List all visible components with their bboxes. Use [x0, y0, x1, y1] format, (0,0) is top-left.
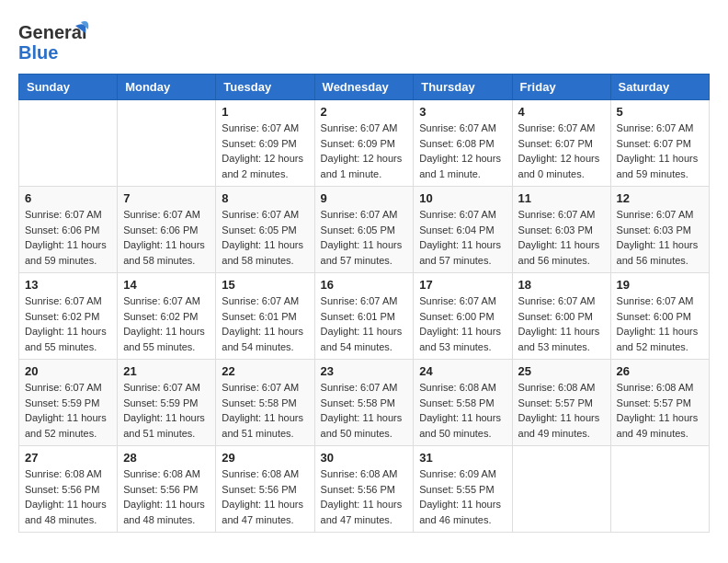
calendar-cell: 15Sunrise: 6:07 AM Sunset: 6:01 PM Dayli… [216, 273, 314, 360]
day-info: Sunrise: 6:07 AM Sunset: 5:58 PM Dayligh… [321, 380, 408, 441]
day-info: Sunrise: 6:08 AM Sunset: 5:58 PM Dayligh… [419, 380, 506, 441]
calendar-cell: 9Sunrise: 6:07 AM Sunset: 6:05 PM Daylig… [314, 187, 414, 273]
calendar-cell: 28Sunrise: 6:08 AM Sunset: 5:56 PM Dayli… [118, 446, 216, 533]
calendar-cell [118, 100, 216, 187]
day-number: 8 [222, 191, 308, 205]
day-info: Sunrise: 6:07 AM Sunset: 6:04 PM Dayligh… [419, 207, 506, 268]
calendar-cell: 6Sunrise: 6:07 AM Sunset: 6:06 PM Daylig… [19, 187, 118, 273]
calendar-cell: 12Sunrise: 6:07 AM Sunset: 6:03 PM Dayli… [610, 187, 709, 273]
calendar-cell [512, 446, 610, 533]
day-number: 10 [419, 191, 506, 205]
day-number: 7 [123, 191, 210, 205]
calendar-cell: 11Sunrise: 6:07 AM Sunset: 6:03 PM Dayli… [512, 187, 610, 273]
svg-text:General: General [18, 22, 86, 42]
day-info: Sunrise: 6:08 AM Sunset: 5:56 PM Dayligh… [321, 466, 408, 527]
day-info: Sunrise: 6:07 AM Sunset: 6:09 PM Dayligh… [222, 121, 308, 181]
day-info: Sunrise: 6:08 AM Sunset: 5:57 PM Dayligh… [617, 380, 703, 441]
calendar-cell: 2Sunrise: 6:07 AM Sunset: 6:09 PM Daylig… [314, 100, 414, 187]
calendar-week-row: 6Sunrise: 6:07 AM Sunset: 6:06 PM Daylig… [19, 187, 710, 273]
calendar-cell [19, 100, 118, 187]
day-number: 24 [419, 364, 506, 378]
day-number: 3 [419, 105, 506, 119]
day-info: Sunrise: 6:07 AM Sunset: 5:58 PM Dayligh… [222, 380, 308, 441]
day-number: 29 [222, 451, 308, 465]
calendar-cell: 10Sunrise: 6:07 AM Sunset: 6:04 PM Dayli… [414, 187, 512, 273]
calendar-cell: 16Sunrise: 6:07 AM Sunset: 6:01 PM Dayli… [314, 273, 414, 360]
calendar-cell: 19Sunrise: 6:07 AM Sunset: 6:00 PM Dayli… [610, 273, 709, 360]
calendar-week-row: 1Sunrise: 6:07 AM Sunset: 6:09 PM Daylig… [19, 100, 710, 187]
day-number: 17 [419, 278, 506, 292]
day-info: Sunrise: 6:07 AM Sunset: 6:03 PM Dayligh… [617, 207, 703, 268]
day-info: Sunrise: 6:07 AM Sunset: 6:01 PM Dayligh… [222, 293, 308, 354]
column-header-sunday: Sunday [19, 75, 118, 100]
day-number: 6 [25, 191, 111, 205]
calendar-cell: 27Sunrise: 6:08 AM Sunset: 5:56 PM Dayli… [19, 446, 118, 533]
day-number: 27 [25, 451, 111, 465]
day-info: Sunrise: 6:07 AM Sunset: 6:07 PM Dayligh… [617, 121, 703, 181]
day-info: Sunrise: 6:07 AM Sunset: 6:03 PM Dayligh… [518, 207, 605, 268]
column-header-tuesday: Tuesday [216, 75, 314, 100]
calendar-cell: 17Sunrise: 6:07 AM Sunset: 6:00 PM Dayli… [414, 273, 512, 360]
calendar-cell: 25Sunrise: 6:08 AM Sunset: 5:57 PM Dayli… [512, 360, 610, 446]
calendar-week-row: 20Sunrise: 6:07 AM Sunset: 5:59 PM Dayli… [19, 360, 710, 446]
calendar-cell: 14Sunrise: 6:07 AM Sunset: 6:02 PM Dayli… [118, 273, 216, 360]
calendar-week-row: 13Sunrise: 6:07 AM Sunset: 6:02 PM Dayli… [19, 273, 710, 360]
day-info: Sunrise: 6:07 AM Sunset: 6:06 PM Dayligh… [123, 207, 210, 268]
logo: GeneralBlue [18, 18, 94, 64]
day-info: Sunrise: 6:07 AM Sunset: 6:00 PM Dayligh… [617, 293, 703, 354]
day-info: Sunrise: 6:07 AM Sunset: 6:09 PM Dayligh… [321, 121, 408, 181]
calendar-cell: 7Sunrise: 6:07 AM Sunset: 6:06 PM Daylig… [118, 187, 216, 273]
day-number: 14 [123, 278, 210, 292]
day-info: Sunrise: 6:07 AM Sunset: 6:07 PM Dayligh… [518, 121, 605, 181]
day-number: 15 [222, 278, 308, 292]
calendar-cell: 29Sunrise: 6:08 AM Sunset: 5:56 PM Dayli… [216, 446, 314, 533]
calendar: SundayMondayTuesdayWednesdayThursdayFrid… [18, 74, 710, 533]
day-number: 4 [518, 105, 605, 119]
day-number: 2 [321, 105, 408, 119]
day-number: 12 [617, 191, 703, 205]
day-info: Sunrise: 6:07 AM Sunset: 6:01 PM Dayligh… [321, 293, 408, 354]
day-number: 16 [321, 278, 408, 292]
calendar-cell: 13Sunrise: 6:07 AM Sunset: 6:02 PM Dayli… [19, 273, 118, 360]
page-header: GeneralBlue [18, 18, 710, 64]
day-number: 18 [518, 278, 605, 292]
calendar-cell: 8Sunrise: 6:07 AM Sunset: 6:05 PM Daylig… [216, 187, 314, 273]
calendar-header-row: SundayMondayTuesdayWednesdayThursdayFrid… [19, 75, 710, 100]
day-info: Sunrise: 6:07 AM Sunset: 6:05 PM Dayligh… [222, 207, 308, 268]
day-number: 21 [123, 364, 210, 378]
calendar-cell: 24Sunrise: 6:08 AM Sunset: 5:58 PM Dayli… [414, 360, 512, 446]
calendar-cell: 20Sunrise: 6:07 AM Sunset: 5:59 PM Dayli… [19, 360, 118, 446]
day-number: 1 [222, 105, 308, 119]
svg-text:Blue: Blue [18, 42, 58, 63]
calendar-cell: 22Sunrise: 6:07 AM Sunset: 5:58 PM Dayli… [216, 360, 314, 446]
day-info: Sunrise: 6:07 AM Sunset: 6:00 PM Dayligh… [518, 293, 605, 354]
day-number: 22 [222, 364, 308, 378]
calendar-cell: 5Sunrise: 6:07 AM Sunset: 6:07 PM Daylig… [610, 100, 709, 187]
day-number: 9 [321, 191, 408, 205]
calendar-week-row: 27Sunrise: 6:08 AM Sunset: 5:56 PM Dayli… [19, 446, 710, 533]
day-info: Sunrise: 6:09 AM Sunset: 5:55 PM Dayligh… [419, 466, 506, 527]
day-info: Sunrise: 6:08 AM Sunset: 5:56 PM Dayligh… [123, 466, 210, 527]
day-number: 25 [518, 364, 605, 378]
column-header-monday: Monday [118, 75, 216, 100]
calendar-cell: 23Sunrise: 6:07 AM Sunset: 5:58 PM Dayli… [314, 360, 414, 446]
day-info: Sunrise: 6:07 AM Sunset: 6:02 PM Dayligh… [123, 293, 210, 354]
day-info: Sunrise: 6:07 AM Sunset: 5:59 PM Dayligh… [123, 380, 210, 441]
day-number: 31 [419, 451, 506, 465]
day-info: Sunrise: 6:08 AM Sunset: 5:56 PM Dayligh… [25, 466, 111, 527]
column-header-wednesday: Wednesday [314, 75, 414, 100]
day-number: 5 [617, 105, 703, 119]
day-number: 13 [25, 278, 111, 292]
day-info: Sunrise: 6:07 AM Sunset: 5:59 PM Dayligh… [25, 380, 111, 441]
calendar-cell: 4Sunrise: 6:07 AM Sunset: 6:07 PM Daylig… [512, 100, 610, 187]
column-header-thursday: Thursday [414, 75, 512, 100]
day-info: Sunrise: 6:07 AM Sunset: 6:08 PM Dayligh… [419, 121, 506, 181]
logo-icon: GeneralBlue [18, 18, 92, 64]
calendar-cell [610, 446, 709, 533]
column-header-friday: Friday [512, 75, 610, 100]
calendar-cell: 21Sunrise: 6:07 AM Sunset: 5:59 PM Dayli… [118, 360, 216, 446]
day-info: Sunrise: 6:07 AM Sunset: 6:05 PM Dayligh… [321, 207, 408, 268]
calendar-cell: 18Sunrise: 6:07 AM Sunset: 6:00 PM Dayli… [512, 273, 610, 360]
day-number: 30 [321, 451, 408, 465]
calendar-cell: 26Sunrise: 6:08 AM Sunset: 5:57 PM Dayli… [610, 360, 709, 446]
